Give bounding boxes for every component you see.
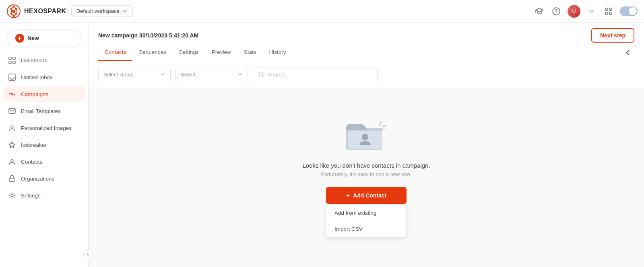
toggle-switch[interactable] (620, 6, 638, 16)
svg-point-10 (556, 12, 557, 13)
topbar-right: U (534, 5, 638, 18)
general-select[interactable]: Select... (175, 68, 248, 81)
svg-line-32 (383, 125, 386, 127)
new-button-label: New (27, 35, 39, 41)
personalized-images-icon (8, 124, 16, 132)
filters-row: Select status Select... (89, 61, 644, 88)
topbar: HEXOSPARK Default workspace U (0, 0, 644, 23)
sidebar-item-label: Dashboard (21, 58, 47, 64)
import-csv-item[interactable]: Import CSV (326, 221, 406, 237)
campaign-title: New campaign 30/10/2023 5:41:20 AM (98, 32, 198, 39)
svg-rect-21 (9, 109, 15, 113)
toggle-thumb (629, 7, 637, 15)
sidebar: + New Dashboard (0, 23, 89, 267)
add-from-existing-item[interactable]: Add from existing (326, 205, 406, 221)
tab-settings[interactable]: Settings (173, 44, 205, 61)
graduation-cap-icon[interactable] (534, 6, 545, 17)
help-icon[interactable] (551, 6, 562, 17)
topbar-left: HEXOSPARK Default workspace (6, 4, 133, 18)
chevron-down-icon (237, 72, 243, 77)
tab-sequences[interactable]: Sequences (132, 44, 173, 61)
sidebar-item-personalized-images[interactable]: Personalized Images (3, 120, 85, 136)
logo-icon (6, 4, 21, 18)
empty-folder-illustration (344, 118, 388, 154)
svg-point-30 (362, 134, 368, 140)
workspace-label: Default workspace (76, 8, 120, 14)
svg-point-26 (11, 194, 13, 197)
sidebar-item-campaigns[interactable]: Campaigns (3, 86, 85, 102)
svg-point-8 (10, 8, 12, 10)
tabs-row: Contacts Sequences Settings Preview Stat… (98, 44, 634, 61)
logo: HEXOSPARK (6, 4, 66, 18)
inbox-icon (8, 73, 16, 81)
logo-text: HEXOSPARK (24, 8, 66, 15)
content-area: New campaign 30/10/2023 5:41:20 AM Next … (89, 23, 644, 267)
svg-point-22 (11, 126, 13, 128)
dashboard-icon (8, 56, 16, 64)
chevron-down-icon (122, 8, 128, 14)
status-select[interactable]: Select status (98, 68, 171, 81)
contacts-icon (8, 158, 16, 166)
organizations-icon (8, 175, 16, 183)
sidebar-item-icebreaker[interactable]: Icebreaker (3, 137, 85, 153)
svg-point-2 (12, 10, 15, 13)
back-button[interactable] (621, 46, 634, 59)
settings-icon (8, 191, 16, 199)
sidebar-item-settings[interactable]: Settings (3, 187, 85, 203)
svg-rect-25 (9, 178, 15, 181)
sidebar-item-organizations[interactable]: Organizations (3, 170, 85, 187)
svg-rect-18 (13, 61, 15, 64)
email-templates-icon (8, 107, 16, 115)
svg-point-7 (10, 12, 12, 14)
avatar[interactable]: U (568, 5, 580, 18)
svg-rect-12 (609, 8, 612, 10)
add-contact-label: Add Contact (353, 192, 386, 199)
add-from-existing-label: Add from existing (334, 210, 376, 216)
search-input[interactable] (268, 72, 372, 78)
svg-line-31 (380, 122, 381, 125)
next-step-button[interactable]: Next step (591, 28, 634, 43)
grid-icon[interactable] (603, 6, 614, 17)
sidebar-item-label: Campaigns (21, 91, 48, 97)
add-contact-dropdown-menu: Add from existing Import CSV (326, 205, 407, 237)
import-csv-label: Import CSV (334, 226, 363, 232)
sidebar-item-email-templates[interactable]: Email Templates (3, 103, 85, 119)
empty-state: Looks like you don't have contacts in ca… (89, 88, 644, 267)
sidebar-item-unified-inbox[interactable]: Unified Inbox (3, 69, 85, 85)
svg-rect-14 (609, 12, 612, 14)
svg-point-20 (11, 93, 13, 95)
campaign-header: New campaign 30/10/2023 5:41:20 AM Next … (89, 23, 644, 61)
plus-icon: + (346, 192, 350, 199)
select-placeholder: Select... (181, 72, 200, 78)
svg-rect-11 (605, 8, 608, 10)
sidebar-item-label: Settings (21, 193, 41, 199)
empty-title: Looks like you don't have contacts in ca… (302, 162, 430, 169)
campaign-title-row: New campaign 30/10/2023 5:41:20 AM Next … (98, 23, 634, 43)
icebreaker-icon (8, 141, 16, 149)
svg-point-3 (13, 5, 15, 7)
sidebar-item-label: Email Templates (21, 108, 61, 114)
sidebar-item-contacts[interactable]: Contacts (3, 154, 85, 170)
sidebar-item-label: Icebreaker (21, 142, 47, 148)
workspace-selector[interactable]: Default workspace (71, 5, 133, 17)
svg-point-6 (13, 15, 15, 17)
search-box (253, 68, 378, 81)
svg-rect-16 (13, 57, 15, 60)
tab-preview[interactable]: Preview (205, 44, 237, 61)
tab-history[interactable]: History (262, 44, 292, 61)
tab-contacts[interactable]: Contacts (98, 44, 132, 61)
svg-marker-23 (9, 142, 15, 148)
empty-subtitle: Fortunately, it's easy to add a new one. (321, 171, 412, 177)
status-placeholder: Select status (103, 72, 133, 78)
sidebar-item-label: Organizations (21, 176, 54, 182)
chevron-down-icon[interactable] (586, 6, 597, 17)
svg-rect-13 (605, 12, 608, 14)
tab-stats[interactable]: Stats (237, 44, 263, 61)
sidebar-item-label: Personalized Images (21, 125, 72, 131)
new-button[interactable]: + New (6, 29, 82, 47)
chevron-down-icon (160, 72, 165, 77)
sidebar-item-dashboard[interactable]: Dashboard (3, 52, 85, 68)
campaigns-icon (8, 90, 16, 98)
add-contact-button[interactable]: + Add Contact (326, 187, 407, 204)
sidebar-item-label: Contacts (21, 159, 42, 165)
